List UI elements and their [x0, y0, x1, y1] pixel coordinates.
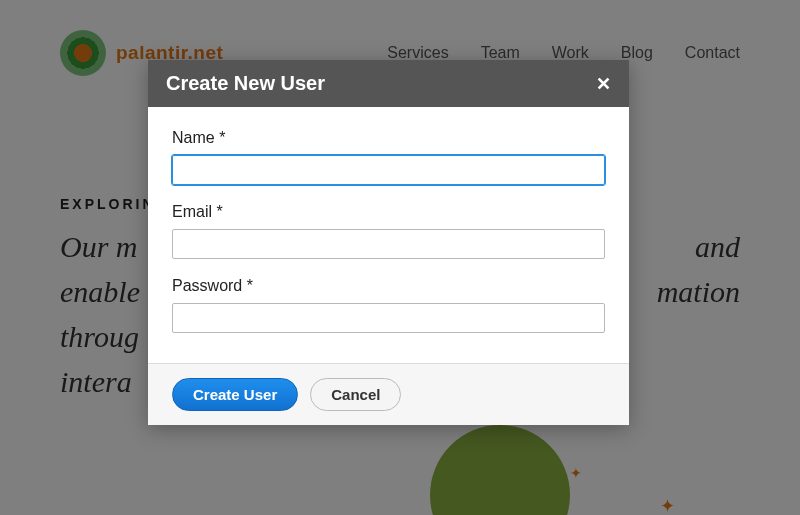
form-group-email: Email * [172, 203, 605, 259]
name-input[interactable] [172, 155, 605, 185]
password-input[interactable] [172, 303, 605, 333]
form-group-password: Password * [172, 277, 605, 333]
close-icon[interactable]: ✕ [596, 73, 611, 95]
create-user-modal: Create New User ✕ Name * Email * Passwor… [148, 60, 629, 425]
name-label: Name * [172, 129, 605, 147]
modal-footer: Create User Cancel [148, 363, 629, 425]
create-user-button[interactable]: Create User [172, 378, 298, 411]
modal-title: Create New User [166, 72, 325, 95]
cancel-button[interactable]: Cancel [310, 378, 401, 411]
password-label: Password * [172, 277, 605, 295]
modal-header: Create New User ✕ [148, 60, 629, 107]
email-label: Email * [172, 203, 605, 221]
email-input[interactable] [172, 229, 605, 259]
form-group-name: Name * [172, 129, 605, 185]
modal-body: Name * Email * Password * [148, 107, 629, 363]
